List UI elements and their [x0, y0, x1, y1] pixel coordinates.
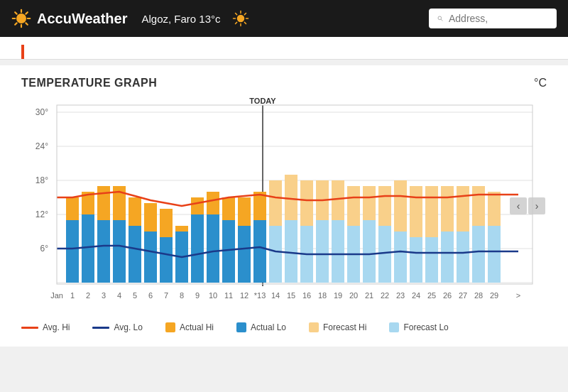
legend-avg-lo-swatch — [92, 327, 109, 329]
svg-rect-70 — [129, 226, 141, 283]
svg-rect-86 — [253, 220, 266, 283]
red-indicator — [21, 45, 24, 59]
svg-line-6 — [26, 23, 27, 24]
svg-rect-68 — [113, 220, 126, 283]
svg-text:23: 23 — [396, 291, 405, 300]
chart-title: TEMPERATURE GRAPH — [21, 77, 157, 89]
svg-text:8: 8 — [180, 291, 184, 300]
svg-rect-102 — [378, 226, 391, 283]
svg-text:6: 6 — [148, 291, 153, 300]
legend-avg-hi-label: Avg. Hi — [43, 322, 70, 332]
nav-arrow-left[interactable]: ‹ — [510, 197, 527, 214]
svg-line-5 — [15, 12, 16, 13]
svg-line-14 — [235, 13, 236, 15]
svg-text:3: 3 — [102, 291, 106, 300]
svg-rect-112 — [457, 232, 469, 283]
svg-text:>: > — [516, 291, 520, 300]
svg-line-7 — [26, 12, 27, 13]
svg-rect-88 — [269, 226, 282, 283]
legend-forecast-hi: Forecast Hi — [309, 322, 366, 332]
svg-rect-84 — [238, 226, 251, 283]
svg-text:*13: *13 — [254, 291, 266, 300]
svg-text:9: 9 — [195, 291, 200, 300]
svg-text:7: 7 — [164, 291, 168, 300]
svg-text:24: 24 — [412, 291, 420, 300]
search-box[interactable] — [429, 9, 557, 28]
svg-text:19: 19 — [334, 291, 342, 300]
svg-rect-78 — [191, 214, 204, 283]
search-input[interactable] — [449, 13, 548, 24]
svg-text:10: 10 — [209, 291, 217, 300]
svg-rect-66 — [97, 220, 110, 283]
svg-point-18 — [438, 16, 442, 20]
legend-actual-lo-label: Actual Lo — [251, 322, 286, 332]
bar-actual-lo-1 — [66, 220, 79, 283]
svg-rect-114 — [472, 226, 485, 283]
svg-line-8 — [15, 23, 16, 24]
svg-text:1: 1 — [70, 291, 75, 300]
svg-rect-106 — [410, 237, 422, 283]
svg-line-16 — [244, 13, 246, 15]
svg-point-9 — [236, 15, 244, 23]
legend-actual-lo: Actual Lo — [236, 322, 286, 332]
svg-text:Jan: Jan — [50, 291, 63, 300]
header-location: Algoz, Faro 13°c — [141, 13, 220, 25]
svg-text:2: 2 — [86, 291, 90, 300]
svg-text:4: 4 — [117, 291, 121, 300]
svg-text:18°: 18° — [36, 175, 48, 185]
legend-actual-lo-swatch — [236, 322, 246, 332]
legend-avg-lo: Avg. Lo — [92, 322, 142, 332]
svg-rect-82 — [222, 220, 235, 283]
svg-text:20: 20 — [349, 291, 358, 300]
legend-forecast-lo-label: Forecast Lo — [403, 322, 448, 332]
svg-rect-96 — [332, 220, 344, 283]
svg-rect-72 — [144, 232, 157, 283]
chart-svg-container: 30° 24° 18° 12° 6° TODAY Jan 1 2 3 4 5 6… — [21, 98, 547, 314]
svg-point-0 — [16, 13, 26, 23]
svg-rect-80 — [207, 214, 219, 283]
header: AccuWeather Algoz, Faro 13°c — [0, 0, 568, 37]
temperature-chart: 30° 24° 18° 12° 6° TODAY Jan 1 2 3 4 5 6… — [21, 98, 547, 311]
svg-text:30°: 30° — [36, 107, 48, 117]
search-icon — [437, 13, 443, 24]
svg-line-15 — [244, 22, 246, 23]
chart-legend: Avg. Hi Avg. Lo Actual Hi Actual Lo Fore… — [0, 314, 568, 347]
svg-text:27: 27 — [459, 291, 467, 300]
svg-text:29: 29 — [490, 291, 498, 300]
logo-text: AccuWeather — [37, 11, 127, 27]
svg-text:26: 26 — [443, 291, 452, 300]
svg-rect-100 — [363, 220, 376, 283]
legend-avg-hi: Avg. Hi — [21, 322, 70, 332]
svg-text:25: 25 — [427, 291, 436, 300]
red-bar-area — [0, 37, 568, 60]
chart-unit: °C — [534, 77, 547, 89]
svg-text:21: 21 — [365, 291, 373, 300]
svg-rect-104 — [394, 232, 407, 283]
chart-header: TEMPERATURE GRAPH °C — [0, 77, 568, 98]
legend-forecast-lo: Forecast Lo — [389, 322, 448, 332]
svg-rect-64 — [82, 214, 94, 283]
legend-forecast-hi-label: Forecast Hi — [323, 322, 366, 332]
svg-rect-116 — [488, 226, 501, 283]
svg-rect-108 — [425, 237, 438, 283]
svg-text:6°: 6° — [40, 244, 49, 254]
nav-arrow-right[interactable]: › — [528, 197, 545, 214]
chart-wrapper: 30° 24° 18° 12° 6° TODAY Jan 1 2 3 4 5 6… — [0, 98, 568, 314]
legend-actual-hi-swatch — [165, 322, 175, 332]
svg-text:15: 15 — [287, 291, 295, 300]
svg-text:22: 22 — [381, 291, 389, 300]
legend-forecast-hi-swatch — [309, 322, 319, 332]
svg-text:24°: 24° — [36, 141, 48, 151]
svg-line-17 — [235, 22, 236, 23]
legend-avg-lo-label: Avg. Lo — [114, 322, 142, 332]
svg-text:14: 14 — [271, 291, 280, 300]
svg-rect-110 — [441, 232, 454, 283]
svg-text:16: 16 — [302, 291, 311, 300]
svg-text:12: 12 — [240, 291, 248, 300]
svg-text:18: 18 — [318, 291, 327, 300]
svg-rect-90 — [285, 220, 297, 283]
header-sun-icon — [232, 10, 249, 27]
svg-line-19 — [441, 19, 442, 21]
chart-container: TEMPERATURE GRAPH °C 30° 24° 18° 12° 6° — [0, 65, 568, 347]
svg-text:28: 28 — [474, 291, 483, 300]
